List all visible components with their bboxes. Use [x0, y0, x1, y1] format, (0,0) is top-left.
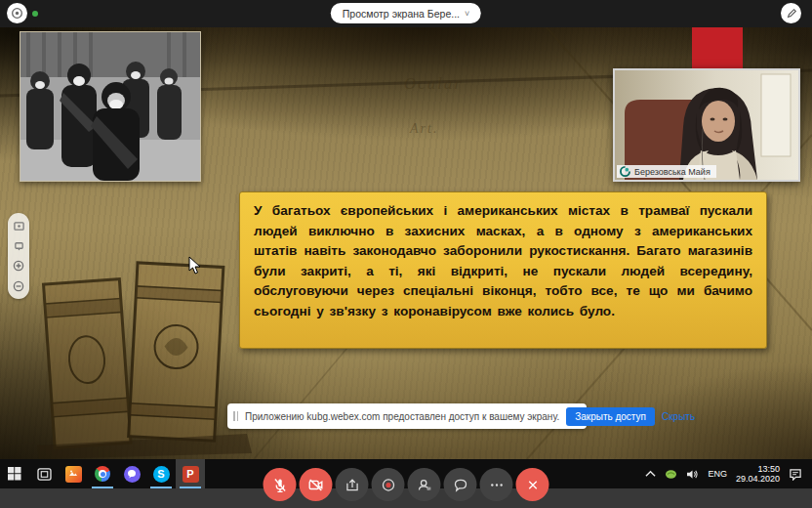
historical-photo — [20, 31, 201, 182]
hide-notification-button[interactable]: Скрыть — [662, 411, 695, 422]
meeting-controls — [264, 468, 549, 501]
powerpoint-icon: P — [183, 466, 199, 483]
historical-photo-image — [20, 32, 200, 181]
volume-icon[interactable] — [686, 469, 699, 480]
old-books-illustration — [27, 250, 257, 459]
leave-meeting-button[interactable] — [516, 468, 549, 501]
taskbar-app-powerpoint[interactable]: P — [176, 459, 205, 488]
clock-date: 29.04.2020 — [736, 474, 780, 484]
close-icon — [525, 478, 540, 492]
mouse-cursor — [188, 256, 201, 275]
webcam-image — [615, 70, 798, 180]
webex-ball-icon[interactable] — [7, 3, 27, 23]
action-center-icon[interactable] — [789, 468, 802, 481]
start-button[interactable] — [0, 459, 29, 488]
notification-message: Приложению kubg.webex.com предоставлен д… — [245, 411, 559, 422]
task-view-icon — [37, 468, 52, 481]
participants-button[interactable] — [408, 468, 441, 501]
slide-text-box: У багатьох європейських і американських … — [239, 191, 767, 349]
webex-logo-icon — [620, 166, 630, 177]
taskbar-app-skype[interactable]: S — [146, 459, 176, 488]
more-options-button[interactable] — [480, 468, 513, 501]
slide-text: У багатьох європейських і американських … — [254, 201, 752, 321]
chat-icon — [452, 477, 468, 493]
drag-handle-icon[interactable] — [233, 411, 238, 421]
mute-microphone-button[interactable] — [264, 468, 297, 501]
participant-name: Березовська Майя — [634, 167, 710, 177]
windows-logo-icon — [8, 467, 21, 481]
share-screen-icon — [344, 477, 360, 493]
meeting-window: Ocular Art. — [0, 0, 812, 508]
record-icon — [380, 477, 396, 493]
screen-share-indicator[interactable]: Просмотр экрана Бере... ˅ — [331, 3, 481, 23]
red-banner — [692, 27, 743, 69]
chrome-icon — [95, 466, 110, 482]
annotation-toolbar — [8, 213, 29, 299]
zoom-in-icon[interactable] — [12, 259, 25, 273]
tray-chevron-up-icon[interactable] — [645, 470, 656, 478]
fit-to-screen-icon[interactable] — [12, 239, 25, 253]
taskbar-app-chrome[interactable] — [88, 459, 117, 488]
stop-sharing-button[interactable]: Закрыть доступ — [566, 407, 655, 426]
powerpoint-letter: P — [186, 468, 193, 480]
chat-button[interactable] — [444, 468, 477, 501]
skype-letter: S — [157, 468, 164, 480]
screen-share-label: Просмотр экрана Бере... — [343, 8, 460, 20]
more-options-icon — [488, 477, 505, 493]
layout-icon[interactable] — [12, 219, 25, 233]
zoom-out-icon[interactable] — [12, 279, 25, 293]
microphone-muted-icon — [271, 477, 288, 493]
taskbar-clock[interactable]: 13:50 29.04.2020 — [736, 464, 780, 484]
stop-video-button[interactable] — [300, 468, 333, 501]
viber-icon — [124, 466, 141, 483]
tray-app-icon[interactable] — [665, 469, 677, 480]
participant-video[interactable]: Березовська Майя — [613, 68, 800, 182]
chevron-down-icon: ˅ — [465, 9, 469, 19]
participant-name-tag: Березовська Майя — [617, 165, 716, 178]
clock-time: 13:50 — [736, 464, 780, 474]
taskbar-app-viber[interactable] — [117, 459, 146, 488]
shared-screen-slide: Ocular Art. — [0, 27, 812, 459]
record-button[interactable] — [372, 468, 405, 501]
background-word-ocular: Ocular — [404, 74, 463, 94]
screen-share-notification: Приложению kubg.webex.com предоставлен д… — [227, 403, 587, 429]
taskbar-app-screenshot[interactable] — [59, 459, 88, 488]
background-word-art: Art. — [410, 121, 438, 137]
camera-off-icon — [307, 476, 325, 493]
screenshot-app-icon — [65, 466, 82, 483]
system-tray: ENG 13:50 29.04.2020 — [645, 459, 812, 488]
green-status-dot — [32, 11, 38, 17]
participants-icon — [416, 477, 432, 493]
language-indicator[interactable]: ENG — [708, 469, 727, 479]
meeting-top-bar: Просмотр экрана Бере... ˅ — [0, 0, 812, 27]
task-view-button[interactable] — [29, 459, 59, 488]
skype-icon: S — [153, 466, 170, 483]
share-content-button[interactable] — [336, 468, 369, 501]
annotate-icon[interactable] — [781, 3, 801, 23]
